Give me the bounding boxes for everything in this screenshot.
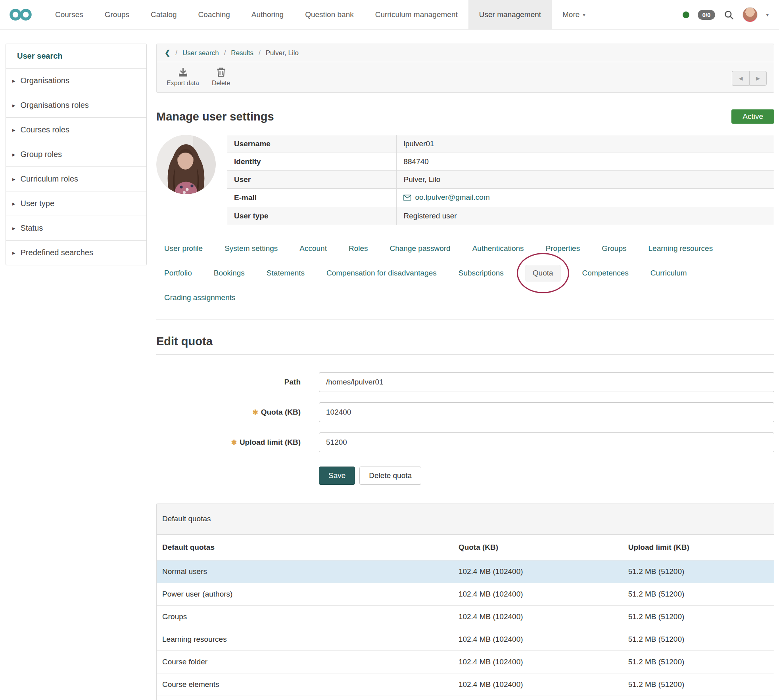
default-quotas-table: Default quotas Quota (KB) Upload limit (… (157, 535, 774, 700)
nav-item-curriculum-management[interactable]: Curriculum management (365, 0, 468, 29)
download-icon (178, 67, 188, 78)
nav-item-user-management[interactable]: User management (468, 0, 552, 29)
field-label: E-mail (227, 189, 397, 207)
tab-compensation-for-disadvantages[interactable]: Compensation for disadvantages (326, 269, 437, 277)
sidebar-item-predefined-searches[interactable]: ▸ Predefined searches (6, 240, 146, 265)
chevron-right-icon: ▸ (12, 225, 15, 232)
sidebar-item-courses-roles[interactable]: ▸ Courses roles (6, 117, 146, 142)
table-header-row: Default quotas Quota (KB) Upload limit (… (157, 535, 774, 560)
sidebar-item-curriculum-roles[interactable]: ▸ Curriculum roles (6, 166, 146, 191)
tab-system-settings[interactable]: System settings (224, 244, 278, 253)
back-chevron-icon[interactable]: ❮ (165, 49, 170, 57)
sidebar-item-label: Status (21, 224, 43, 233)
breadcrumb-link-results[interactable]: Results (231, 49, 253, 57)
breadcrumb-current: Pulver, Lilo (266, 49, 299, 57)
presence-status-icon[interactable] (683, 11, 689, 18)
table-row: User Pulver, Lilo (227, 171, 774, 189)
field-label: User type (227, 207, 397, 225)
sidebar-item-label: Courses roles (21, 125, 69, 134)
tab-statements[interactable]: Statements (267, 269, 305, 277)
table-row: Identity 884740 (227, 153, 774, 171)
tab-subscriptions[interactable]: Subscriptions (459, 269, 504, 277)
user-search-sidebar: User search ▸ Organisations ▸ Organisati… (6, 44, 147, 265)
column-header-quota-kb: Quota (KB) (453, 535, 623, 560)
upload-limit-input[interactable] (319, 432, 774, 452)
delete-quota-button[interactable]: Delete quota (359, 467, 421, 485)
table-row: Groups 102.4 MB (102400) 51.2 MB (51200) (157, 605, 774, 628)
nav-item-question-bank[interactable]: Question bank (294, 0, 365, 29)
user-avatar[interactable] (743, 7, 758, 22)
sidebar-item-organisations-roles[interactable]: ▸ Organisations roles (6, 93, 146, 117)
table-row: Normal users 102.4 MB (102400) 51.2 MB (… (157, 560, 774, 583)
quota-value: 102.4 MB (102400) (453, 560, 623, 583)
sidebar-item-label: Organisations roles (21, 101, 89, 110)
column-header-default-quotas: Default quotas (157, 535, 453, 560)
chevron-right-icon: ▸ (12, 102, 15, 109)
sidebar-item-label: Organisations (21, 76, 69, 85)
sidebar-item-user-type[interactable]: ▸ User type (6, 191, 146, 216)
export-data-button[interactable]: Export data (164, 67, 202, 87)
quota-value: 102.4 MB (102400) (453, 673, 623, 696)
nav-item-authoring[interactable]: Authoring (241, 0, 294, 29)
table-row: Learning resources 102.4 MB (102400) 51.… (157, 628, 774, 650)
chevron-right-icon: ▸ (12, 126, 15, 134)
tab-user-profile[interactable]: User profile (164, 244, 203, 253)
previous-record-button[interactable]: ◀ (732, 71, 749, 86)
sidebar-item-organisations[interactable]: ▸ Organisations (6, 68, 146, 93)
search-icon[interactable] (723, 10, 734, 20)
sidebar-item-group-roles[interactable]: ▸ Group roles (6, 142, 146, 166)
logo-icon[interactable] (0, 0, 44, 29)
breadcrumb-separator: / (175, 49, 177, 57)
quota-value: 102.4 MB (102400) (453, 628, 623, 650)
nav-item-more[interactable]: More ▾ (552, 0, 596, 29)
tab-quota[interactable]: Quota (526, 265, 560, 281)
user-info-table: Username lpulver01 Identity 884740 User … (227, 135, 774, 225)
quota-kb-input[interactable] (319, 402, 774, 422)
table-row: Course folder 102.4 MB (102400) 51.2 MB … (157, 650, 774, 673)
breadcrumb: ❮ / User search / Results / Pulver, Lilo (157, 44, 774, 62)
navbar-right: 0/0 ▾ (683, 0, 779, 29)
upload-limit-value: 51.2 MB (51200) (623, 560, 774, 583)
tab-portfolio[interactable]: Portfolio (164, 269, 192, 277)
tab-learning-resources[interactable]: Learning resources (649, 244, 713, 253)
toolbar: Export data Delete ◀ ▶ (157, 62, 774, 92)
nav-item-coaching[interactable]: Coaching (188, 0, 241, 29)
tab-change-password[interactable]: Change password (390, 244, 451, 253)
delete-button[interactable]: Delete (202, 67, 240, 87)
edit-quota-form: Path ✱Quota (KB) ✱Upload limit (KB) Save… (156, 372, 774, 485)
path-input[interactable] (319, 372, 774, 392)
envelope-icon (403, 195, 411, 201)
tab-roles[interactable]: Roles (349, 244, 368, 253)
sidebar-item-label: Predefined searches (21, 248, 93, 257)
chevron-right-icon: ▸ (12, 200, 15, 207)
quota-name: Learning resources (157, 628, 453, 650)
nav-item-groups[interactable]: Groups (94, 0, 140, 29)
table-row: Power user (authors) 102.4 MB (102400) 5… (157, 583, 774, 605)
identity-value: 884740 (397, 153, 774, 171)
email-link[interactable]: oo.lpulver@gmail.com (403, 193, 489, 202)
sidebar-item-status[interactable]: ▸ Status (6, 216, 146, 240)
tab-curriculum[interactable]: Curriculum (650, 269, 687, 277)
tab-properties[interactable]: Properties (546, 244, 580, 253)
tab-authentications[interactable]: Authentications (472, 244, 524, 253)
tab-account[interactable]: Account (299, 244, 327, 253)
save-button[interactable]: Save (319, 467, 355, 485)
content-header: ❮ / User search / Results / Pulver, Lilo… (156, 44, 774, 93)
tab-groups[interactable]: Groups (602, 244, 626, 253)
upload-limit-value: 51.2 MB (51200) (623, 605, 774, 628)
user-type-value: Registered user (397, 207, 774, 225)
nav-item-catalog[interactable]: Catalog (140, 0, 188, 29)
breadcrumb-link-user-search[interactable]: User search (182, 49, 219, 57)
tab-bookings[interactable]: Bookings (214, 269, 245, 277)
chevron-down-icon: ▾ (583, 12, 585, 18)
chat-counter-badge[interactable]: 0/0 (698, 10, 716, 20)
table-row: Participant folder course elements 102.4… (157, 696, 774, 700)
tab-grading-assignments[interactable]: Grading assignments (164, 293, 236, 302)
chevron-down-icon[interactable]: ▾ (766, 12, 769, 18)
sidebar-item-label: User type (21, 199, 55, 208)
nav-item-courses[interactable]: Courses (44, 0, 94, 29)
table-row: User type Registered user (227, 207, 774, 225)
next-record-button[interactable]: ▶ (749, 71, 767, 86)
tab-competences[interactable]: Competences (582, 269, 629, 277)
sidebar-item-user-search[interactable]: User search (6, 44, 146, 68)
